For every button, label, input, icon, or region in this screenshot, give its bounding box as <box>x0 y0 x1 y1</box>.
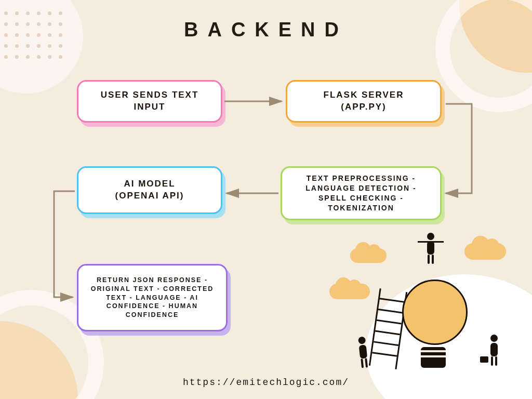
illustration-lightbulb-team <box>345 243 511 378</box>
node-label: RETURN JSON RESPONSE - ORIGINAL TEXT - C… <box>91 276 214 320</box>
page-title: BACKEND <box>0 19 532 41</box>
person-icon <box>354 336 373 369</box>
person-icon <box>423 233 438 264</box>
node-label: AI MODEL (OPENAI API) <box>115 178 184 202</box>
node-return-json: RETURN JSON RESPONSE - ORIGINAL TEXT - C… <box>77 264 228 331</box>
lightbulb-icon <box>402 280 464 368</box>
node-ai-model: AI MODEL (OPENAI API) <box>77 166 222 214</box>
node-label: TEXT PREPROCESSING - LANGUAGE DETECTION … <box>305 174 416 213</box>
cloud-icon <box>350 248 387 263</box>
decor-ring-top-right <box>435 0 532 112</box>
person-icon <box>486 335 502 366</box>
node-flask-server: FLASK SERVER (APP.PY) <box>286 80 442 123</box>
cloud-icon <box>329 284 370 299</box>
node-label: USER SENDS TEXT INPUT <box>101 89 199 113</box>
watering-can-icon <box>480 356 488 363</box>
footer-url: https://emitechlogic.com/ <box>0 377 532 388</box>
arrow-n4-n5 <box>54 191 75 297</box>
arrow-n2-n3 <box>446 104 472 193</box>
node-text-preprocessing: TEXT PREPROCESSING - LANGUAGE DETECTION … <box>281 166 442 220</box>
node-user-input: USER SENDS TEXT INPUT <box>77 80 222 123</box>
node-label: FLASK SERVER (APP.PY) <box>324 89 404 113</box>
cloud-icon <box>464 243 506 260</box>
